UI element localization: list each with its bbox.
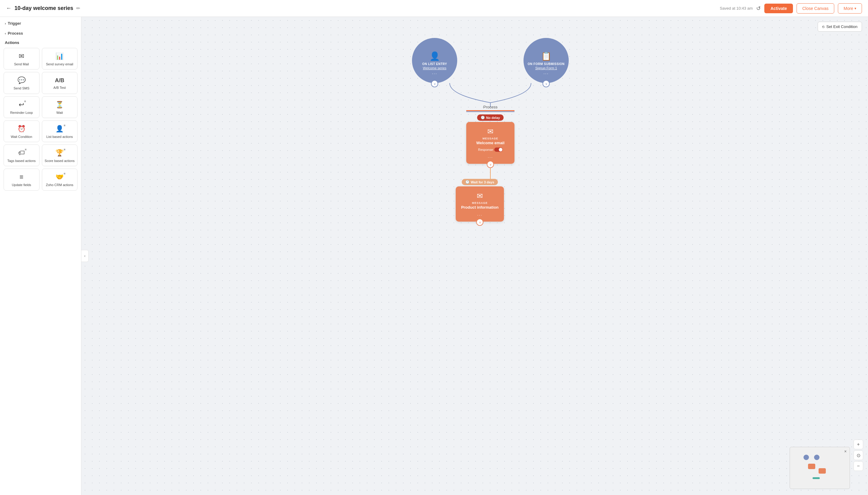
process-section-title[interactable]: ‹ Process bbox=[5, 31, 76, 36]
wait-icon: ⏳ bbox=[55, 101, 64, 109]
trigger-nodes: 👤 ON LIST ENTRY Welcome series ··· ∨ 📋 O… bbox=[412, 38, 569, 83]
trigger-node-form-submission[interactable]: 📋 ON FORM SUBMISSION Signup Form 1 ··· ∨ bbox=[524, 38, 569, 83]
set-exit-condition-button[interactable]: ⎋ Set Exit Condition bbox=[818, 22, 862, 32]
product-info-arrow[interactable]: ∨ bbox=[476, 219, 484, 226]
wait-condition-label: Wait Condition bbox=[11, 135, 32, 139]
node-2-delay-text: Wait for 3 days bbox=[471, 181, 494, 184]
sidebar: › Trigger ‹ Process Actions ✉Send Mail📊S… bbox=[0, 17, 81, 495]
action-card-score-based-actions[interactable]: 🏆≡Score based actions bbox=[42, 144, 78, 166]
list-entry-dots[interactable]: ··· bbox=[432, 71, 437, 76]
update-fields-label: Update fields bbox=[12, 183, 31, 187]
flow-card-welcome-email[interactable]: ✉ MESSAGE Welcome email Response ··· ∨ bbox=[466, 122, 514, 164]
list-entry-sublabel[interactable]: Welcome series bbox=[423, 66, 446, 70]
action-card-zoho-crm-actions[interactable]: 🤝≡Zoho CRM actions bbox=[42, 169, 78, 190]
node-1-delay-text: No delay bbox=[486, 116, 500, 120]
send-survey-email-icon: 📊 bbox=[55, 52, 64, 60]
reminder-loop-label: Reminder Loop bbox=[10, 110, 33, 115]
send-survey-email-label: Send survey email bbox=[46, 62, 73, 66]
trigger-connector-svg bbox=[427, 83, 554, 107]
more-button[interactable]: More bbox=[838, 3, 862, 14]
product-info-dots[interactable]: ··· bbox=[459, 212, 500, 217]
list-based-actions-icon: 👤≡ bbox=[55, 125, 64, 133]
header-left: ← 10-day welcome series ✏ bbox=[6, 5, 80, 12]
product-info-name: Product information bbox=[459, 205, 500, 209]
trigger-node-list-entry[interactable]: 👤 ON LIST ENTRY Welcome series ··· ∨ bbox=[412, 38, 457, 83]
header-right: Saved at 10:43 am ↺ Activate Close Canva… bbox=[720, 3, 862, 14]
header: ← 10-day welcome series ✏ Saved at 10:43… bbox=[0, 0, 868, 17]
action-card-send-survey-email[interactable]: 📊Send survey email bbox=[42, 48, 78, 70]
form-submission-sublabel[interactable]: Signup Form 1 bbox=[535, 66, 557, 70]
welcome-email-arrow[interactable]: ∨ bbox=[487, 161, 494, 168]
actions-grid: ✉Send Mail📊Send survey email💬Send SMSA/B… bbox=[0, 47, 81, 192]
process-bottom-line bbox=[466, 112, 514, 112]
welcome-email-type: MESSAGE bbox=[470, 137, 511, 140]
trigger-section: › Trigger bbox=[0, 17, 81, 27]
wait-condition-icon: ⏰ bbox=[17, 125, 26, 133]
process-area: Process bbox=[412, 105, 569, 112]
send-sms-label: Send SMS bbox=[14, 86, 30, 90]
actions-label: Actions bbox=[0, 37, 81, 47]
action-card-tags-based-actions[interactable]: 🏷≡Tags based actions bbox=[4, 144, 39, 166]
mini-map: × bbox=[790, 447, 850, 489]
wait-label: Wait bbox=[56, 110, 63, 115]
zoom-in-button[interactable]: + bbox=[853, 440, 863, 449]
form-submission-arrow[interactable]: ∨ bbox=[542, 80, 550, 87]
action-card-send-sms[interactable]: 💬Send SMS bbox=[4, 72, 39, 93]
trigger-section-title[interactable]: › Trigger bbox=[5, 21, 76, 25]
response-toggle[interactable] bbox=[494, 148, 503, 152]
zoom-controls: + ⊙ − bbox=[853, 440, 863, 471]
clock-icon-2: 🕐 bbox=[465, 180, 470, 184]
process-chevron: ‹ bbox=[5, 32, 6, 35]
trigger-label: Trigger bbox=[8, 21, 21, 25]
action-card-ab-test[interactable]: A/BA/B Test bbox=[42, 72, 78, 93]
action-card-wait-condition[interactable]: ⏰Wait Condition bbox=[4, 120, 39, 142]
product-info-icon: ✉ bbox=[459, 192, 500, 200]
saved-status: Saved at 10:43 am bbox=[720, 6, 753, 11]
zoom-out-button[interactable]: − bbox=[853, 461, 863, 471]
product-info-type: MESSAGE bbox=[459, 201, 500, 204]
form-submission-label: ON FORM SUBMISSION bbox=[528, 62, 564, 66]
refresh-button[interactable]: ↺ bbox=[756, 5, 761, 12]
clock-icon-1: 🕐 bbox=[481, 116, 485, 120]
welcome-email-dots[interactable]: ··· bbox=[470, 155, 511, 159]
welcome-email-name: Welcome email bbox=[470, 141, 511, 145]
activate-button[interactable]: Activate bbox=[764, 4, 793, 13]
welcome-email-response: Response bbox=[470, 148, 511, 152]
main-layout: › Trigger ‹ Process Actions ✉Send Mail📊S… bbox=[0, 17, 868, 495]
action-card-reminder-loop[interactable]: ↩≡Reminder Loop bbox=[4, 96, 39, 118]
action-card-send-mail[interactable]: ✉Send Mail bbox=[4, 48, 39, 70]
send-sms-icon: 💬 bbox=[17, 76, 26, 84]
flow-area: 👤 ON LIST ENTRY Welcome series ··· ∨ 📋 O… bbox=[412, 38, 569, 222]
mini-map-inner bbox=[790, 447, 850, 489]
tags-based-actions-label: Tags based actions bbox=[7, 159, 36, 163]
minimap-dot bbox=[814, 455, 819, 460]
list-entry-arrow[interactable]: ∨ bbox=[431, 80, 438, 87]
node-2-wrapper: 🕐 Wait for 3 days ✉ MESSAGE Product info… bbox=[391, 179, 569, 222]
edit-icon[interactable]: ✏ bbox=[76, 5, 80, 11]
send-mail-icon: ✉ bbox=[19, 52, 24, 60]
trigger-chevron: › bbox=[5, 22, 6, 25]
action-card-list-based-actions[interactable]: 👤≡List based actions bbox=[42, 120, 78, 142]
flow-card-product-info[interactable]: ✉ MESSAGE Product information ··· ∨ bbox=[456, 186, 504, 222]
zoho-crm-actions-label: Zoho CRM actions bbox=[46, 183, 73, 187]
node-1-delay-badge: 🕐 No delay bbox=[477, 115, 504, 121]
tags-based-actions-icon: 🏷≡ bbox=[18, 149, 25, 157]
score-based-actions-label: Score based actions bbox=[45, 159, 75, 163]
action-card-update-fields[interactable]: ≡Update fields bbox=[4, 169, 39, 190]
minimap-rect bbox=[808, 464, 815, 469]
score-based-actions-icon: 🏆≡ bbox=[55, 149, 64, 157]
ab-icon: A/B bbox=[55, 78, 64, 84]
zoom-reset-button[interactable]: ⊙ bbox=[853, 450, 863, 460]
canvas: ‹ ⎋ Set Exit Condition 👤 ON LIST ENTRY W… bbox=[81, 17, 868, 495]
list-based-actions-label: List based actions bbox=[46, 135, 73, 139]
back-button[interactable]: ← bbox=[6, 5, 12, 12]
process-section: ‹ Process bbox=[0, 27, 81, 37]
collapse-sidebar-button[interactable]: ‹ bbox=[81, 250, 88, 262]
action-card-wait[interactable]: ⏳Wait bbox=[42, 96, 78, 118]
minimap-rect bbox=[813, 477, 820, 479]
send-mail-label: Send Mail bbox=[14, 62, 29, 66]
form-submission-dots[interactable]: ··· bbox=[543, 71, 549, 76]
close-canvas-button[interactable]: Close Canvas bbox=[797, 3, 834, 14]
node-1-wrapper: 🕐 No delay ✉ MESSAGE Welcome email Respo… bbox=[412, 115, 569, 179]
form-submission-icon: 📋 bbox=[541, 51, 552, 61]
